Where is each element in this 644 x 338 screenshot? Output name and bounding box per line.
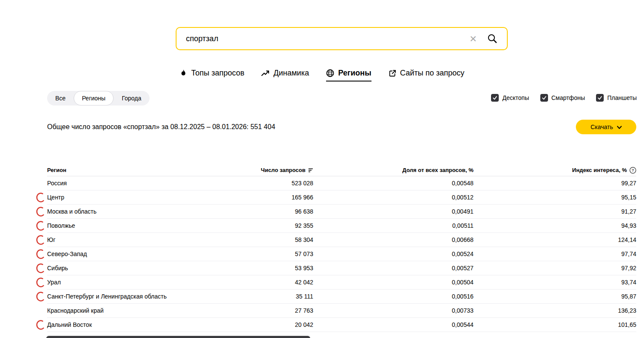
checkbox-label: Планшеты — [607, 94, 637, 101]
queries-cell: 58 304 — [240, 236, 313, 243]
checkbox-tablets[interactable]: Планшеты — [596, 94, 637, 102]
table-row: Поволжье 92 355 0,00511 94,93 — [47, 219, 636, 233]
region-cell[interactable]: Северо-Запад — [47, 250, 240, 257]
header-share: Доля от всех запросов, % — [402, 167, 473, 173]
checkbox-label: Смартфоны — [551, 94, 585, 101]
checkbox-checked-icon — [491, 94, 499, 102]
queries-cell: 20 042 — [240, 321, 313, 328]
scope-cities[interactable]: Города — [114, 91, 150, 106]
index-cell: 101,65 — [473, 321, 636, 328]
region-cell[interactable]: Центр — [47, 194, 240, 201]
trend-icon — [261, 69, 270, 77]
summary-text: Общее число запросов «спортзал» за 08.12… — [47, 123, 275, 131]
sort-icon[interactable] — [308, 168, 313, 173]
scope-all[interactable]: Все — [47, 91, 74, 106]
table-row: Москва и область 96 638 0,00491 91,27 — [47, 205, 636, 219]
svg-text:?: ? — [632, 168, 634, 172]
scope-filter: Все Регионы Города — [47, 91, 150, 106]
globe-icon — [326, 69, 334, 77]
queries-cell: 53 953 — [240, 265, 313, 272]
index-cell: 97,92 — [473, 265, 636, 272]
table-header: Регион Число запросов Доля от всех запро… — [47, 164, 636, 176]
checkbox-checked-icon — [540, 94, 548, 102]
region-cell[interactable]: Россия — [47, 180, 240, 187]
search-bar: ✕ — [176, 27, 508, 50]
region-cell[interactable]: Краснодарский край — [47, 307, 240, 314]
checkbox-label: Десктопы — [502, 94, 529, 101]
cutoff-dark-element — [46, 336, 310, 338]
queries-cell: 96 638 — [240, 208, 313, 215]
checkbox-smartphones[interactable]: Смартфоны — [540, 94, 585, 102]
index-cell: 97,74 — [473, 250, 636, 257]
tab-dynamics[interactable]: Динамика — [261, 69, 309, 81]
table-row: Санкт-Петербург и Ленинградская область … — [47, 290, 636, 304]
download-label: Скачать — [590, 124, 613, 130]
tab-regions[interactable]: Регионы — [326, 69, 371, 81]
region-cell[interactable]: Сибирь — [47, 265, 240, 272]
share-cell: 0,00527 — [313, 265, 473, 272]
annotation-mark — [35, 249, 45, 260]
tab-sites[interactable]: Сайты по запросу — [389, 69, 464, 81]
search-input[interactable] — [177, 28, 469, 49]
region-cell[interactable]: Урал — [47, 279, 240, 286]
queries-cell: 42 042 — [240, 279, 313, 286]
share-cell: 0,00516 — [313, 293, 473, 300]
share-cell: 0,00544 — [313, 321, 473, 328]
annotation-mark — [35, 192, 45, 203]
queries-cell: 27 763 — [240, 307, 313, 314]
help-icon[interactable]: ? — [629, 167, 636, 174]
index-cell: 136,23 — [473, 307, 636, 314]
chevron-down-icon — [617, 124, 622, 130]
queries-cell: 35 111 — [240, 293, 313, 300]
share-cell: 0,00504 — [313, 279, 473, 286]
fire-icon — [180, 69, 187, 77]
tab-bar: Топы запросов Динамика Регионы — [0, 69, 644, 81]
table-row: Урал 42 042 0,00504 93,74 — [47, 275, 636, 290]
header-index: Индекс интереса, % — [572, 167, 627, 173]
share-cell: 0,00548 — [313, 180, 473, 187]
region-cell[interactable]: Поволжье — [47, 222, 240, 229]
download-button[interactable]: Скачать — [576, 120, 636, 134]
share-cell: 0,00733 — [313, 307, 473, 314]
external-link-icon — [389, 69, 396, 77]
header-region: Регион — [47, 167, 240, 173]
table-row: Дальний Восток 20 042 0,00544 101,65 — [47, 318, 636, 332]
tab-top-queries[interactable]: Топы запросов — [180, 69, 244, 81]
regions-table: Регион Число запросов Доля от всех запро… — [47, 164, 636, 332]
checkbox-desktops[interactable]: Десктопы — [491, 94, 529, 102]
index-cell: 124,14 — [473, 236, 636, 243]
annotation-mark — [35, 206, 45, 217]
index-cell: 91,27 — [473, 208, 636, 215]
annotation-mark — [35, 235, 45, 245]
header-queries: Число запросов — [261, 167, 306, 173]
region-cell[interactable]: Дальний Восток — [47, 321, 240, 328]
queries-cell: 92 355 — [240, 222, 313, 229]
clear-icon[interactable]: ✕ — [469, 34, 477, 43]
tab-label: Топы запросов — [191, 69, 244, 78]
region-cell[interactable]: Юг — [47, 236, 240, 243]
tab-label: Регионы — [338, 69, 371, 78]
share-cell: 0,00491 — [313, 208, 473, 215]
table-row: Сибирь 53 953 0,00527 97,92 — [47, 261, 636, 275]
table-row: Краснодарский край 27 763 0,00733 136,23 — [47, 304, 636, 318]
annotation-mark — [35, 320, 45, 330]
index-cell: 94,93 — [473, 222, 636, 229]
table-row: Россия 523 028 0,00548 99,27 — [47, 176, 636, 190]
region-cell[interactable]: Санкт-Петербург и Ленинградская область — [47, 293, 240, 300]
table-row: Юг 58 304 0,00668 124,14 — [47, 233, 636, 247]
index-cell: 95,87 — [473, 293, 636, 300]
search-icon[interactable] — [487, 33, 497, 44]
table-row: Северо-Запад 57 073 0,00524 97,74 — [47, 247, 636, 261]
share-cell: 0,00524 — [313, 250, 473, 257]
region-cell[interactable]: Москва и область — [47, 208, 240, 215]
scope-regions[interactable]: Регионы — [74, 91, 114, 106]
annotation-mark — [35, 277, 45, 288]
share-cell: 0,00511 — [313, 222, 473, 229]
annotation-mark — [35, 220, 45, 231]
index-cell: 93,74 — [473, 279, 636, 286]
index-cell: 99,27 — [473, 180, 636, 187]
checkbox-checked-icon — [596, 94, 604, 102]
index-cell: 95,15 — [473, 194, 636, 201]
queries-cell: 57 073 — [240, 250, 313, 257]
queries-cell: 523 028 — [240, 180, 313, 187]
